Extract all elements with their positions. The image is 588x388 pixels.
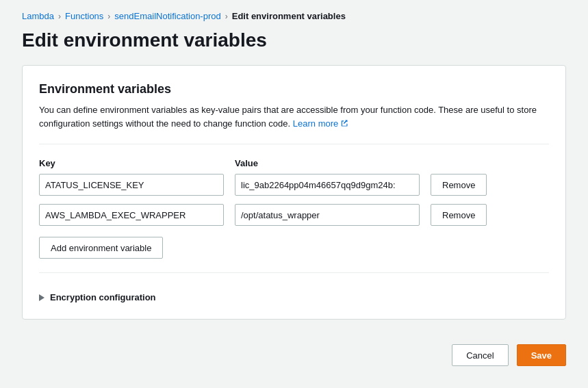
breadcrumb-sep-1: › [58,12,61,21]
encryption-label: Encryption configuration [50,292,156,302]
add-environment-variable-button[interactable]: Add environment variable [39,237,163,259]
card-title: Environment variables [39,82,549,96]
env-row-2: Remove [39,204,549,226]
breadcrumb: Lambda › Functions › sendEmailNotificati… [22,0,566,29]
divider-2 [39,272,549,273]
save-button[interactable]: Save [517,344,566,366]
triangle-icon [39,294,44,301]
env-value-input-1[interactable] [235,174,420,196]
encryption-toggle[interactable]: Encryption configuration [39,287,549,302]
env-value-input-2[interactable] [235,204,420,226]
breadcrumb-current: Edit environment variables [232,11,346,21]
env-key-input-1[interactable] [39,174,224,196]
breadcrumb-function-name[interactable]: sendEmailNotification-prod [114,11,220,21]
remove-button-2[interactable]: Remove [431,204,487,226]
card-description: You can define environment variables as … [39,103,549,130]
env-key-input-2[interactable] [39,204,224,226]
learn-more-link[interactable]: Learn more [293,117,348,131]
remove-button-1[interactable]: Remove [431,174,487,196]
value-header: Value [235,158,420,168]
breadcrumb-functions[interactable]: Functions [65,11,103,21]
key-header: Key [39,158,224,168]
cancel-button[interactable]: Cancel [452,344,508,366]
environment-variables-card: Environment variables You can define env… [22,65,566,320]
env-headers: Key Value [39,158,549,168]
external-link-icon [340,119,348,127]
footer: Cancel Save [22,333,566,366]
env-row-1: Remove [39,174,549,196]
divider [39,144,549,144]
page-title: Edit environment variables [22,29,566,51]
breadcrumb-lambda[interactable]: Lambda [22,11,54,21]
breadcrumb-sep-3: › [225,12,228,21]
breadcrumb-sep-2: › [107,12,110,21]
